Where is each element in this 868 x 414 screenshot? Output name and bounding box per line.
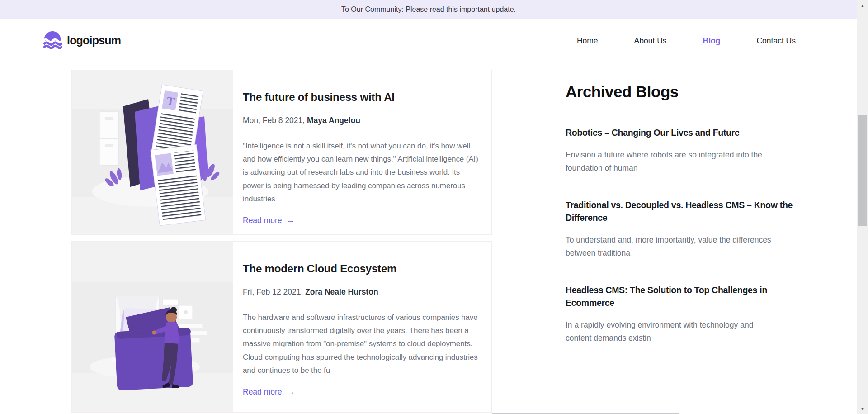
- blog-post-meta: Fri, Feb 12 2021, Zora Neale Hurston: [243, 287, 481, 297]
- archived-blog-excerpt: Envision a future where robots are so in…: [566, 148, 774, 174]
- blog-post-author: Zora Neale Hurston: [305, 287, 378, 296]
- blog-post-excerpt: The hardware and software infrastructure…: [243, 311, 481, 377]
- blog-post-title[interactable]: The future of business with AI: [243, 91, 481, 104]
- archived-blog-excerpt: In a rapidly evolving environment with t…: [566, 319, 774, 344]
- read-more-label: Read more: [243, 216, 282, 225]
- scrollbar-thumb[interactable]: [858, 115, 867, 226]
- archived-blog-title[interactable]: Traditional vs. Decoupled vs. Headless C…: [566, 199, 794, 224]
- nav-item-about-us[interactable]: About Us: [634, 36, 667, 46]
- arrow-right-icon: →: [287, 387, 295, 397]
- read-more-link[interactable]: Read more →: [243, 215, 295, 225]
- blog-post-author: Maya Angelou: [307, 116, 360, 125]
- read-more-label: Read more: [243, 387, 282, 397]
- blog-post-date: Fri, Feb 12 2021,: [243, 287, 303, 296]
- vertical-scrollbar[interactable]: ▲ ▼: [857, 0, 868, 414]
- read-more-link[interactable]: Read more →: [243, 387, 295, 397]
- blog-post-meta: Mon, Feb 8 2021, Maya Angelou: [243, 116, 481, 125]
- woman-with-cloud-folder-illustration: [72, 242, 233, 412]
- archived-blog-title[interactable]: Headless CMS: The Solution to Top Challe…: [566, 284, 794, 309]
- blog-post-excerpt: "Intelligence is not a skill itself, it'…: [243, 139, 481, 205]
- scroll-up-icon[interactable]: ▲: [857, 1, 868, 10]
- announcement-text: To Our Community: Please read this impor…: [341, 5, 516, 14]
- archived-blog-item: Traditional vs. Decoupled vs. Headless C…: [566, 199, 798, 259]
- blog-post-body: The future of business with AI Mon, Feb …: [233, 70, 491, 234]
- archived-blog-item: Robotics – Changing Our Lives and Future…: [566, 126, 798, 174]
- arrow-right-icon: →: [287, 215, 295, 225]
- archived-blogs-sidebar: Archived Blogs Robotics – Changing Our L…: [566, 83, 798, 369]
- archived-blog-item: Headless CMS: The Solution to Top Challe…: [566, 284, 798, 344]
- archived-blog-excerpt: To understand and, more importantly, val…: [566, 233, 774, 259]
- blog-card-modern-cloud-ecosystem: The modern Cloud Ecosystem Fri, Feb 12 2…: [71, 241, 492, 413]
- logo-wordmark: logoipsum: [67, 34, 121, 47]
- blog-post-thumbnail[interactable]: [72, 242, 233, 412]
- nav-item-home[interactable]: Home: [577, 36, 598, 46]
- blog-post-title[interactable]: The modern Cloud Ecosystem: [243, 262, 481, 275]
- blog-post-body: The modern Cloud Ecosystem Fri, Feb 12 2…: [233, 242, 491, 412]
- nav-item-blog[interactable]: Blog: [703, 36, 721, 46]
- site-logo[interactable]: logoipsum: [43, 29, 121, 52]
- blog-list: T: [71, 70, 492, 414]
- blog-card-future-of-business-with-ai: T: [71, 70, 492, 235]
- site-header: logoipsum Home About Us Blog Contact Us: [0, 19, 857, 62]
- nav-item-contact-us[interactable]: Contact Us: [756, 36, 796, 46]
- archived-blog-title[interactable]: Robotics – Changing Our Lives and Future: [566, 126, 794, 139]
- blog-post-thumbnail[interactable]: T: [72, 70, 233, 234]
- sidebar-heading: Archived Blogs: [566, 83, 798, 101]
- announcement-banner: To Our Community: Please read this impor…: [0, 0, 857, 19]
- documents-and-folders-illustration: T: [72, 70, 233, 234]
- main-nav: Home About Us Blog Contact Us: [577, 19, 796, 62]
- logoipsum-icon: [43, 29, 62, 52]
- blog-post-date: Mon, Feb 8 2021,: [243, 116, 305, 125]
- scroll-down-icon[interactable]: ▼: [857, 404, 868, 413]
